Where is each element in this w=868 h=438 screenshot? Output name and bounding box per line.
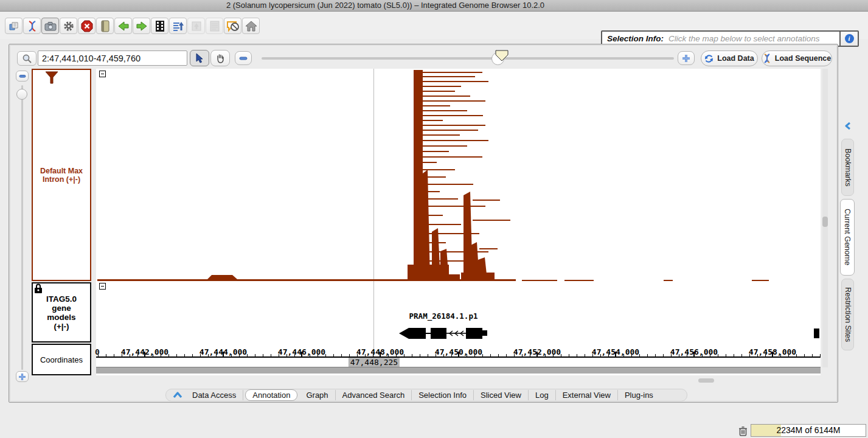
trash-icon: [738, 426, 748, 436]
memory-usage-text: 2234M of 6144M: [751, 425, 866, 435]
collapse-tabs-button[interactable]: [170, 390, 186, 400]
track-label-coverage[interactable]: Default Max Intron (+|-): [32, 69, 91, 281]
memory-usage-indicator: 2234M of 6144M: [751, 424, 866, 437]
garbage-collect-button[interactable]: [737, 425, 749, 436]
tab-external-view[interactable]: External View: [556, 390, 618, 400]
chevron-up-icon: [173, 392, 182, 398]
track-label-coordinates[interactable]: Coordinates: [32, 344, 91, 375]
gear-icon: [63, 20, 75, 32]
minus-icon: [239, 56, 248, 61]
vertical-zoom-slider[interactable]: [21, 85, 23, 370]
slice-view-button[interactable]: [151, 18, 168, 34]
chevron-left-icon: [845, 122, 851, 130]
read-alignment-graphics: [96, 69, 821, 375]
splitter-handle[interactable]: [698, 378, 714, 383]
genome-range-input[interactable]: [38, 50, 187, 66]
axis-major-tick: [615, 352, 616, 356]
toggle-popups-button[interactable]: [224, 18, 241, 34]
tab-graph[interactable]: Graph: [299, 390, 335, 400]
genome-map-area[interactable]: PRAM_26184.1.p1 0 47,442,000 47,444,000 …: [96, 69, 821, 375]
tab-log[interactable]: Log: [529, 390, 556, 400]
position-marker-value: 47,448,225: [349, 358, 400, 367]
pan-tool-button[interactable]: [210, 50, 230, 66]
configure-dna-button[interactable]: [23, 18, 41, 34]
igb-window: 2 (Solanum lycopersicum (Jun 2022) tomat…: [0, 0, 868, 438]
book-icon: [100, 20, 110, 32]
plus-icon: [682, 54, 690, 63]
side-tab-bookmarks[interactable]: Bookmarks: [841, 139, 854, 196]
plus-icon: [18, 373, 26, 381]
zoom-out-y-button[interactable]: [16, 71, 29, 82]
stop-button[interactable]: [78, 18, 95, 34]
cursor-arrow-icon: [195, 53, 204, 63]
report-button-disabled: [206, 18, 223, 34]
tab-plugins[interactable]: Plug-ins: [618, 390, 660, 400]
zoom-in-x-button[interactable]: [678, 51, 695, 65]
load-data-label: Load Data: [717, 54, 754, 63]
coverage-track-label: Default Max Intron (+|-): [35, 167, 88, 184]
back-button[interactable]: [114, 18, 132, 34]
side-tab-restriction-sites[interactable]: Restriction Sites: [841, 279, 854, 350]
print-disabled-icon: [191, 21, 202, 32]
load-sequence-button[interactable]: Load Sequence: [762, 50, 832, 66]
axis-major-tick: [301, 352, 302, 356]
axis-major-tick: [536, 352, 538, 356]
refresh-icon: [704, 54, 713, 63]
gene-name-label[interactable]: PRAM_26184.1.p1: [409, 311, 478, 321]
forward-arrow-icon: [136, 21, 148, 32]
web-links-button[interactable]: [96, 18, 114, 34]
filmstrip-icon: [155, 20, 165, 32]
open-file-button[interactable]: [5, 18, 23, 34]
map-horizontal-scrollbar[interactable]: [96, 367, 821, 374]
tab-selection-info[interactable]: Selection Info: [412, 390, 474, 400]
camera-icon: [44, 21, 57, 31]
load-sequence-label: Load Sequence: [775, 54, 831, 63]
select-tool-button[interactable]: [190, 50, 209, 66]
filter-funnel-icon[interactable]: [45, 71, 58, 85]
load-data-button[interactable]: Load Data: [701, 50, 758, 66]
export-image-button[interactable]: [169, 18, 187, 34]
window-title: 2 (Solanum lycopersicum (Jun 2022) tomat…: [226, 1, 544, 10]
hand-icon: [215, 53, 225, 63]
collapse-track-button[interactable]: [99, 71, 106, 77]
search-button[interactable]: [17, 51, 36, 66]
dna-icon: [27, 20, 38, 32]
print-button-disabled: [187, 18, 205, 34]
tab-advanced-search[interactable]: Advanced Search: [336, 390, 412, 400]
horizontal-zoom-slider[interactable]: [262, 57, 674, 60]
stop-icon: [81, 20, 93, 32]
axis-major-tick: [144, 352, 145, 356]
forward-button[interactable]: [133, 18, 150, 34]
coordinates-track-label: Coordinates: [40, 355, 83, 364]
dna-sequence-icon: [763, 54, 771, 63]
preferences-button[interactable]: [60, 18, 77, 34]
vertical-zoom-thumb[interactable]: [16, 89, 27, 100]
export-image-icon: [172, 21, 184, 32]
minus-icon: [19, 74, 26, 78]
zoom-in-y-button[interactable]: [16, 371, 29, 382]
zoom-out-x-button[interactable]: [235, 51, 252, 65]
home-button[interactable]: [242, 18, 260, 34]
axis-major-tick: [380, 352, 381, 356]
selection-info-label: Selection Info:: [607, 34, 664, 43]
side-tab-current-genome[interactable]: Current Genome: [840, 199, 855, 276]
collapse-side-panel-button[interactable]: [842, 120, 853, 131]
magnifier-icon: [22, 54, 32, 64]
open-file-icon: [8, 21, 20, 32]
window-titlebar: 2 (Solanum lycopersicum (Jun 2022) tomat…: [0, 0, 868, 12]
axis-major-tick: [458, 352, 459, 356]
axis-major-tick: [772, 352, 773, 356]
collapse-track-button[interactable]: [99, 283, 106, 290]
axis-major-tick: [223, 352, 224, 356]
snapshot-button[interactable]: [41, 18, 59, 34]
tab-data-access[interactable]: Data Access: [186, 390, 243, 400]
no-popups-icon: [226, 20, 240, 32]
position-marker-thumb[interactable]: [495, 50, 510, 62]
info-icon: i: [845, 34, 854, 43]
selection-info-help-button[interactable]: i: [839, 32, 858, 46]
tab-annotation[interactable]: Annotation: [245, 389, 297, 401]
gene-model-glyph[interactable]: [399, 328, 819, 339]
tab-sliced-view[interactable]: Sliced View: [474, 390, 529, 400]
map-vertical-scrollbar-thumb[interactable]: [822, 217, 828, 227]
selection-info-placeholder: Click the map below to select annotation…: [668, 34, 839, 43]
